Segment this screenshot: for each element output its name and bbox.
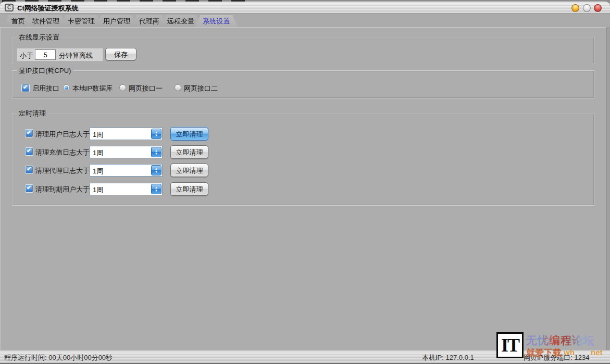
cleanup-recharge-logs-period-spinner[interactable]: 1周 ▲ ▼	[90, 146, 163, 158]
spinner-value: 1周	[93, 130, 103, 140]
cleanup-recharge-logs-checkbox[interactable]: ✔	[26, 148, 33, 155]
status-bar: 程序运行时间: 00天00小时00分00秒 本机IP: 127.0.0.1 网页…	[0, 350, 610, 363]
minimize-button[interactable]	[571, 4, 579, 12]
arrow-down-icon: ▼	[152, 189, 161, 192]
local-ip-value: 127.0.0.1	[446, 354, 474, 361]
cleanup-user-logs-checkbox[interactable]: ✔	[26, 130, 33, 137]
check-icon: ✔	[27, 184, 31, 191]
offline-threshold-strip: 小于 分钟算离线	[17, 48, 103, 61]
stepper-control[interactable]: ▲ ▼	[151, 147, 161, 157]
ip-interface-group: 显IP接口(耗CPU) ✔ 启用接口 本地IP数据库 网页接口一 网页接口二	[12, 70, 594, 98]
cleanup-expired-users-label: 清理到期用户大于	[35, 185, 90, 194]
online-display-settings-group: 在线显示设置 小于 分钟算离线 保存	[12, 37, 594, 64]
stepper-control[interactable]: ▲ ▼	[151, 184, 161, 194]
web-interface-2-radio[interactable]	[175, 84, 181, 91]
save-button[interactable]: 保存	[105, 48, 136, 60]
runtime-label: 程序运行时间:	[4, 354, 47, 361]
tab-bar: 首页 软件管理 卡密管理 用户管理 代理商 远程变量 系统设置	[0, 14, 610, 27]
titlebar: C Ct网络验证授权系统	[0, 2, 610, 14]
cleanup-row-expired-users: ✔ 清理到期用户大于 1周 ▲ ▼ 立即清理	[13, 182, 594, 196]
enable-interface-label: 启用接口	[32, 84, 59, 93]
cleanup-expired-users-checkbox[interactable]: ✔	[26, 185, 33, 192]
check-icon: ✔	[27, 129, 31, 136]
cleanup-agent-logs-label: 清理代理日志大于	[35, 166, 90, 175]
check-icon: ✔	[27, 147, 31, 154]
spinner-value: 1周	[93, 167, 103, 176]
tab-system-settings[interactable]: 系统设置	[195, 15, 238, 27]
enable-interface-checkbox[interactable]: ✔	[22, 84, 29, 92]
offline-threshold-prefix-label: 小于	[20, 51, 33, 60]
local-ip-status: 本机IP: 127.0.0.1	[422, 353, 474, 362]
clean-now-user-logs-button[interactable]: 立即清理	[170, 127, 208, 141]
clean-now-expired-users-button[interactable]: 立即清理	[170, 182, 208, 196]
cleanup-recharge-logs-label: 清理充值日志大于	[35, 148, 90, 157]
clean-now-recharge-logs-button[interactable]: 立即清理	[170, 145, 208, 159]
cleanup-user-logs-period-spinner[interactable]: 1周 ▲ ▼	[90, 128, 163, 140]
stepper-control[interactable]: ▲ ▼	[151, 129, 161, 139]
app-logo-icon: C	[5, 4, 14, 11]
arrow-down-icon: ▼	[152, 170, 161, 173]
settings-page: 在线显示设置 小于 分钟算离线 保存 显IP接口(耗CPU) ✔ 启用接口 本地…	[0, 27, 610, 350]
stepper-control[interactable]: ▲ ▼	[151, 165, 161, 175]
cleanup-row-agent-logs: ✔ 清理代理日志大于 1周 ▲ ▼ 立即清理	[13, 164, 594, 177]
runtime-status: 程序运行时间: 00天00小时00分00秒	[4, 353, 113, 362]
ip-interface-row: ✔ 启用接口 本地IP数据库 网页接口一 网页接口二	[13, 83, 594, 94]
web-interface-1-label: 网页接口一	[129, 84, 163, 93]
web-interface-2-label: 网页接口二	[184, 84, 218, 93]
runtime-value: 00天00小时00分00秒	[48, 354, 113, 361]
group-title-scheduled-cleanup: 定时清理	[17, 109, 48, 118]
scheduled-cleanup-group: 定时清理 ✔ 清理用户日志大于 1周 ▲ ▼ 立即清理 ✔	[12, 113, 594, 206]
cleanup-agent-logs-checkbox[interactable]: ✔	[26, 166, 33, 173]
web-ip-port-status: 网页IP服务端口: 1234	[524, 353, 589, 362]
port-value: 1234	[575, 354, 590, 361]
maximize-button[interactable]	[583, 4, 591, 12]
group-title-online-display: 在线显示设置	[17, 33, 61, 42]
check-icon: ✔	[27, 166, 31, 172]
cleanup-row-user-logs: ✔ 清理用户日志大于 1周 ▲ ▼ 立即清理	[13, 127, 594, 141]
window-title: Ct网络验证授权系统	[17, 4, 79, 13]
offline-minutes-input[interactable]	[35, 49, 56, 60]
spinner-value: 1周	[93, 148, 103, 158]
window-right-edge	[606, 27, 610, 350]
cleanup-expired-users-period-spinner[interactable]: 1周 ▲ ▼	[90, 183, 163, 195]
local-ip-label: 本机IP:	[422, 354, 444, 361]
spinner-value: 1周	[93, 185, 103, 195]
cleanup-user-logs-label: 清理用户日志大于	[35, 130, 90, 139]
offline-threshold-suffix-label: 分钟算离线	[59, 51, 93, 60]
app-window: C Ct网络验证授权系统 首页 软件管理 卡密管理 用户管理 代理商 远程变量 …	[0, 0, 610, 364]
check-icon: ✔	[23, 84, 28, 91]
group-title-ip-interface: 显IP接口(耗CPU)	[17, 66, 73, 76]
local-ip-database-label: 本地IP数据库	[72, 84, 113, 93]
port-label: 网页IP服务端口:	[524, 354, 572, 361]
arrow-down-icon: ▼	[152, 134, 161, 137]
clean-now-agent-logs-button[interactable]: 立即清理	[170, 164, 208, 177]
web-interface-1-radio[interactable]	[119, 84, 126, 91]
local-ip-database-radio[interactable]	[63, 84, 70, 91]
cleanup-row-recharge-logs: ✔ 清理充值日志大于 1周 ▲ ▼ 立即清理	[13, 145, 594, 159]
close-button[interactable]	[594, 4, 602, 12]
cleanup-agent-logs-period-spinner[interactable]: 1周 ▲ ▼	[90, 164, 163, 177]
arrow-down-icon: ▼	[152, 152, 161, 155]
